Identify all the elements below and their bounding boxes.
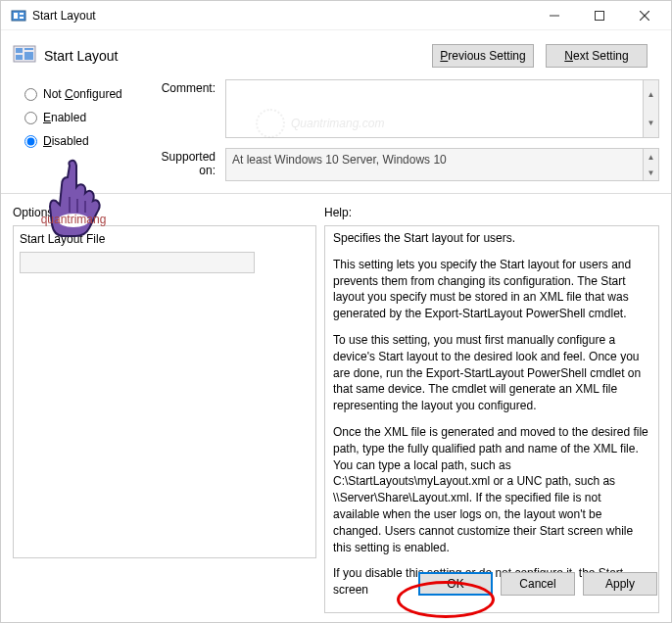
svg-rect-12: [24, 52, 33, 60]
svg-rect-1: [14, 13, 18, 19]
radio-not-configured-input[interactable]: [24, 88, 37, 101]
help-text[interactable]: Specifies the Start layout for users. Th…: [325, 226, 658, 612]
radio-enabled[interactable]: Enabled: [24, 111, 133, 124]
help-paragraph: Once the XML file is generated and moved…: [333, 424, 650, 555]
chevron-up-icon[interactable]: ▲: [644, 149, 658, 165]
close-button[interactable]: [622, 1, 667, 30]
start-layout-file-input: [20, 252, 255, 273]
previous-setting-button[interactable]: Previous Setting: [432, 44, 534, 68]
help-panel: Specifies the Start layout for users. Th…: [324, 225, 659, 613]
chevron-down-icon[interactable]: ▼: [644, 165, 658, 180]
supported-scroll[interactable]: ▲ ▼: [644, 148, 659, 181]
svg-rect-11: [16, 55, 23, 60]
svg-rect-10: [24, 48, 33, 50]
window-titlebar: Start Layout: [1, 1, 671, 30]
next-setting-button[interactable]: Next Setting: [546, 44, 648, 68]
supported-on-field: At least Windows 10 Server, Windows 10: [225, 148, 644, 181]
maximize-button[interactable]: [577, 1, 622, 30]
divider: [1, 193, 671, 194]
minimize-button[interactable]: [532, 1, 577, 30]
layout-icon: [11, 8, 26, 24]
file-field-label: Start Layout File: [20, 232, 310, 246]
help-label: Help:: [324, 206, 352, 219]
cancel-button[interactable]: Cancel: [501, 572, 575, 596]
svg-rect-3: [20, 17, 24, 19]
help-paragraph: To use this setting, you must first manu…: [333, 332, 650, 414]
header-section: Start Layout Previous Setting Next Setti…: [1, 30, 671, 75]
chevron-up-icon[interactable]: ▲: [644, 80, 658, 109]
ok-button[interactable]: OK: [418, 572, 493, 596]
apply-button[interactable]: Apply: [583, 572, 657, 596]
options-label: Options:: [13, 206, 324, 219]
svg-rect-2: [20, 13, 24, 15]
radio-enabled-input[interactable]: [24, 112, 37, 124]
supported-label: Supported on:: [145, 148, 225, 181]
options-panel: Start Layout File: [13, 225, 316, 558]
radio-not-configured[interactable]: Not Configured: [24, 87, 133, 101]
comment-label: Comment:: [145, 79, 225, 138]
layout-icon: [13, 44, 36, 68]
radio-disabled[interactable]: Disabled: [24, 134, 133, 148]
comment-field[interactable]: [225, 79, 644, 138]
radio-disabled-input[interactable]: [24, 135, 37, 148]
window-title: Start Layout: [32, 9, 532, 23]
chevron-down-icon[interactable]: ▼: [644, 109, 658, 137]
help-paragraph: This setting lets you specify the Start …: [333, 257, 650, 322]
svg-rect-9: [16, 48, 23, 53]
page-title: Start Layout: [44, 48, 432, 64]
help-paragraph: Specifies the Start layout for users.: [333, 230, 650, 247]
comment-scroll[interactable]: ▲ ▼: [644, 79, 659, 138]
svg-rect-5: [596, 11, 604, 20]
